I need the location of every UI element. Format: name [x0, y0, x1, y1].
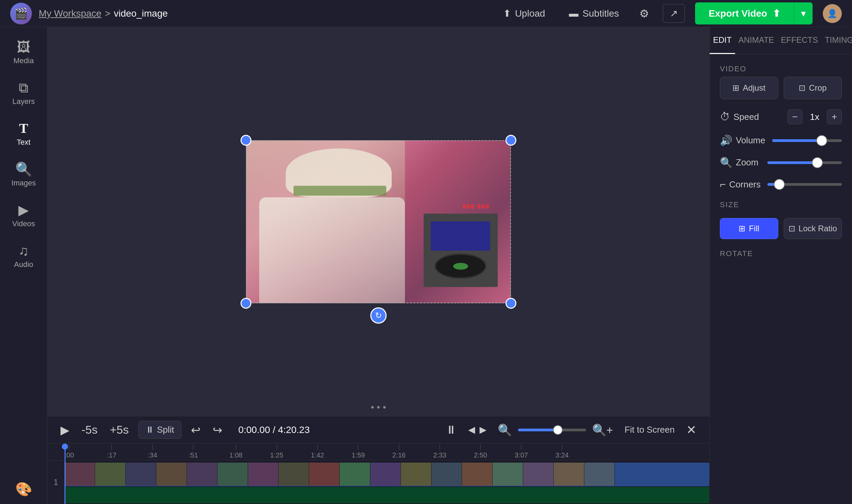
- tab-effects[interactable]: EFFECTS: [778, 27, 821, 54]
- speed-value: 1x: [808, 112, 821, 122]
- export-dropdown-button[interactable]: ▾: [794, 2, 813, 24]
- volume-icon: 🔊: [720, 134, 732, 146]
- timeline: :00 :17 :34 :51 1:08: [48, 443, 709, 504]
- zoom-controls: ⏸ ◄► 🔍 🔍+ Fit to Screen ✕: [443, 420, 699, 440]
- trim-icon[interactable]: ◄►: [463, 420, 491, 439]
- topbar-actions: ⬆ Upload ▬ Subtitles ⚙ ↗ Export Video ⬆ …: [496, 2, 842, 24]
- tab-edit[interactable]: EDIT: [710, 27, 735, 54]
- speed-decrease-button[interactable]: −: [787, 109, 802, 124]
- speed-icon: ⏱: [720, 111, 730, 123]
- upload-button[interactable]: ⬆ Upload: [496, 4, 552, 22]
- rotate-handle[interactable]: ↻: [370, 307, 387, 324]
- audio-track[interactable]: [65, 487, 709, 503]
- ruler-mark-4: 1:08: [229, 445, 243, 459]
- lock-ratio-button[interactable]: ⊡ Lock Ratio: [784, 218, 842, 239]
- subtitles-button[interactable]: ▬ Subtitles: [562, 5, 626, 22]
- corners-label: ⌐ Corners: [720, 179, 761, 190]
- sidebar-item-videos[interactable]: ▶ Videos: [3, 197, 44, 234]
- corners-icon: ⌐: [720, 179, 726, 190]
- handle-top-left[interactable]: [241, 135, 251, 146]
- zoom-out-button[interactable]: 🔍: [495, 420, 515, 439]
- video-section-label: VIDEO: [720, 65, 842, 73]
- text-icon: T: [19, 122, 28, 135]
- sidebar-item-images[interactable]: 🔍 Images: [3, 156, 44, 194]
- ruler-mark-6: 1:42: [311, 445, 324, 459]
- sidebar-item-media[interactable]: 🖼 Media: [3, 34, 44, 71]
- topbar: 🎬 My Workspace > video_image ⬆ Upload ▬ …: [0, 0, 852, 27]
- zoom-slider[interactable]: [518, 429, 586, 431]
- share-button[interactable]: ↗: [663, 4, 685, 23]
- play-button[interactable]: ▶: [58, 420, 72, 439]
- videos-icon: ▶: [18, 203, 29, 217]
- zoom-panel-slider[interactable]: [767, 161, 842, 164]
- skip-forward-button[interactable]: +5s: [107, 420, 131, 439]
- volume-slider[interactable]: [772, 139, 842, 142]
- upload-icon: ⬆: [503, 8, 511, 19]
- track-label-1: 1: [48, 461, 65, 504]
- size-buttons-row: ⊞ Fill ⊡ Lock Ratio: [720, 218, 842, 239]
- ruler-mark-2: :34: [148, 445, 157, 459]
- sidebar-item-audio[interactable]: ♫ Audio: [3, 238, 44, 275]
- sidebar-item-text[interactable]: T Text: [3, 115, 44, 153]
- close-button[interactable]: ✕: [684, 420, 699, 440]
- right-panel: EDIT ANIMATE EFFECTS TIMING VIDEO ⊞ Adju…: [709, 27, 852, 504]
- video-section: VIDEO ⊞ Adjust ⊡ Crop: [720, 65, 842, 99]
- corners-slider-wrap: [767, 183, 842, 186]
- more-options-icon[interactable]: • • •: [371, 402, 386, 413]
- handle-bottom-left[interactable]: [241, 298, 251, 309]
- tab-animate[interactable]: ANIMATE: [735, 27, 778, 54]
- redo-button[interactable]: ↪: [210, 420, 225, 439]
- volume-label: 🔊 Volume: [720, 134, 765, 146]
- ruler-mark-10: 2:50: [474, 445, 487, 459]
- playback-icon[interactable]: ⏸: [443, 420, 460, 439]
- speed-label: ⏱ Speed: [720, 111, 761, 123]
- adjust-button[interactable]: ⊞ Adjust: [720, 77, 778, 99]
- ruler-mark-1: :17: [107, 445, 117, 459]
- zoom-slider-wrap-panel: [767, 161, 842, 164]
- handle-top-right[interactable]: [505, 135, 516, 146]
- tab-timing[interactable]: TIMING: [821, 27, 852, 54]
- video-placeholder: 666 666: [246, 140, 511, 303]
- undo-button[interactable]: ↩: [188, 420, 203, 439]
- sidebar-item-layers[interactable]: ⧉ Layers: [3, 75, 44, 112]
- main-layout: 🖼 Media ⧉ Layers T Text 🔍 Images ▶ Video…: [0, 27, 852, 504]
- crop-icon: ⊡: [799, 83, 805, 93]
- share-icon: ↗: [670, 8, 678, 19]
- time-display: 0:00.00 / 4:20.23: [238, 425, 310, 435]
- zoom-in-button[interactable]: 🔍+: [589, 420, 616, 439]
- filename: video_image: [114, 8, 168, 19]
- corners-slider[interactable]: [767, 183, 842, 186]
- settings-button[interactable]: ⚙: [636, 4, 653, 23]
- video-track[interactable]: [65, 463, 709, 486]
- zoom-label: 🔍 Zoom: [720, 157, 761, 168]
- ruler-mark-8: 2:16: [392, 445, 406, 459]
- volume-slider-wrap: [772, 139, 842, 142]
- speed-controls: − 1x +: [787, 109, 842, 124]
- images-icon: 🔍: [15, 162, 32, 176]
- split-button[interactable]: ⏸ Split: [138, 421, 181, 439]
- video-actions-row: ⊞ Adjust ⊡ Crop: [720, 77, 842, 99]
- speed-row: ⏱ Speed − 1x +: [720, 109, 842, 124]
- video-frame[interactable]: 666 666 ↻: [246, 140, 511, 303]
- panel-tabs: EDIT ANIMATE EFFECTS TIMING: [710, 27, 852, 54]
- workspace-link[interactable]: My Workspace: [39, 8, 102, 19]
- canvas-container: 666 666 ↻ • • •: [48, 27, 709, 416]
- crop-button[interactable]: ⊡ Crop: [784, 77, 842, 99]
- app-logo: 🎬: [10, 3, 32, 24]
- lock-ratio-icon: ⊡: [788, 224, 795, 233]
- track-body-1[interactable]: [65, 461, 709, 504]
- export-button[interactable]: Export Video ⬆: [695, 2, 794, 24]
- fit-screen-button[interactable]: Fit to Screen: [619, 422, 680, 438]
- zoom-icon: 🔍: [720, 157, 732, 168]
- color-picker-icon[interactable]: 🎨: [15, 481, 32, 504]
- media-icon: 🖼: [17, 40, 31, 54]
- panel-content: VIDEO ⊞ Adjust ⊡ Crop ⏱ Speed: [710, 54, 852, 268]
- adjust-icon: ⊞: [732, 83, 739, 93]
- ruler-mark-12: 3:24: [555, 445, 569, 459]
- skip-back-button[interactable]: -5s: [79, 420, 100, 439]
- timeline-ruler: :00 :17 :34 :51 1:08: [48, 444, 709, 461]
- handle-bottom-right[interactable]: [505, 298, 516, 309]
- ruler-mark-7: 1:59: [352, 445, 365, 459]
- speed-increase-button[interactable]: +: [827, 109, 842, 124]
- fill-button[interactable]: ⊞ Fill: [720, 218, 778, 239]
